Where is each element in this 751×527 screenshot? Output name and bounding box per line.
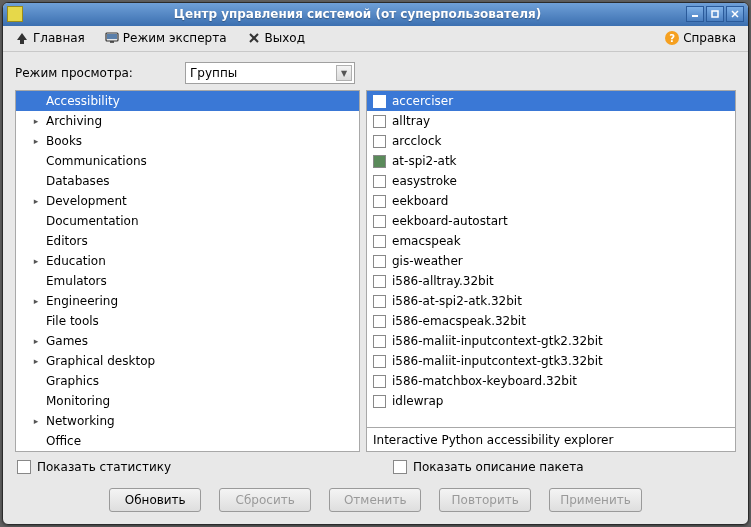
package-row[interactable]: eekboard-autostart — [367, 211, 735, 231]
home-button[interactable]: Главная — [11, 29, 89, 47]
package-row[interactable]: easystroke — [367, 171, 735, 191]
package-row[interactable]: i586-emacspeak.32bit — [367, 311, 735, 331]
window-buttons — [686, 6, 744, 22]
package-checkbox[interactable] — [373, 155, 386, 168]
expert-mode-button[interactable]: Режим эксперта — [101, 29, 231, 47]
expander-icon[interactable]: ▸ — [30, 196, 42, 206]
group-label: Development — [42, 194, 127, 208]
package-checkbox[interactable] — [373, 375, 386, 388]
group-row[interactable]: File tools — [16, 311, 359, 331]
package-label: eekboard-autostart — [392, 214, 508, 228]
expander-icon[interactable]: ▸ — [30, 116, 42, 126]
package-row[interactable]: alltray — [367, 111, 735, 131]
group-label: Documentation — [42, 214, 139, 228]
package-checkbox[interactable] — [373, 115, 386, 128]
expander-icon[interactable]: ▸ — [30, 416, 42, 426]
group-row[interactable]: ▸Development — [16, 191, 359, 211]
titlebar[interactable]: Центр управления системой (от суперпольз… — [3, 3, 748, 26]
package-row[interactable]: i586-maliit-inputcontext-gtk3.32bit — [367, 351, 735, 371]
expander-icon[interactable]: ▸ — [30, 296, 42, 306]
package-label: arcclock — [392, 134, 441, 148]
package-checkbox[interactable] — [373, 275, 386, 288]
package-checkbox[interactable] — [373, 175, 386, 188]
toolbar: Главная Режим эксперта Выход ? Справка — [3, 26, 748, 52]
reset-button[interactable]: Сбросить — [219, 488, 311, 512]
group-label: Communications — [42, 154, 147, 168]
group-row[interactable]: ▸Education — [16, 251, 359, 271]
package-checkbox[interactable] — [373, 195, 386, 208]
minimize-button[interactable] — [686, 6, 704, 22]
group-label: Office — [42, 434, 81, 448]
package-row[interactable]: i586-alltray.32bit — [367, 271, 735, 291]
group-row[interactable]: ▸Engineering — [16, 291, 359, 311]
help-button[interactable]: ? Справка — [661, 29, 740, 47]
expander-icon[interactable]: ▸ — [30, 136, 42, 146]
close-button[interactable] — [726, 6, 744, 22]
package-checkbox[interactable] — [373, 315, 386, 328]
group-row[interactable]: ▸Games — [16, 331, 359, 351]
content-area: Режим просмотра: Группы ▼ Accessibility▸… — [3, 52, 748, 524]
expander-icon[interactable]: ▸ — [30, 356, 42, 366]
group-row[interactable]: Databases — [16, 171, 359, 191]
package-row[interactable]: accerciser — [367, 91, 735, 111]
main-window: Центр управления системой (от суперпольз… — [2, 2, 749, 525]
show-desc-option[interactable]: Показать описание пакета — [391, 458, 736, 474]
view-mode-row: Режим просмотра: Группы ▼ — [15, 62, 736, 84]
packages-list[interactable]: accerciseralltrayarcclockat-spi2-atkeasy… — [367, 91, 735, 427]
package-checkbox[interactable] — [373, 335, 386, 348]
group-row[interactable]: ▸Networking — [16, 411, 359, 431]
show-stats-option[interactable]: Показать статистику — [15, 458, 385, 474]
package-row[interactable]: i586-maliit-inputcontext-gtk2.32bit — [367, 331, 735, 351]
package-row[interactable]: i586-matchbox-keyboard.32bit — [367, 371, 735, 391]
group-row[interactable]: Office — [16, 431, 359, 451]
package-checkbox[interactable] — [373, 395, 386, 408]
group-row[interactable]: Graphics — [16, 371, 359, 391]
package-row[interactable]: eekboard — [367, 191, 735, 211]
apply-button[interactable]: Применить — [549, 488, 642, 512]
package-checkbox[interactable] — [373, 95, 386, 108]
groups-list[interactable]: Accessibility▸Archiving▸BooksCommunicati… — [16, 91, 359, 451]
redo-button[interactable]: Повторить — [439, 488, 531, 512]
maximize-button[interactable] — [706, 6, 724, 22]
package-checkbox[interactable] — [373, 135, 386, 148]
group-row[interactable]: ▸Archiving — [16, 111, 359, 131]
refresh-button[interactable]: Обновить — [109, 488, 201, 512]
group-label: Networking — [42, 414, 115, 428]
group-row[interactable]: Documentation — [16, 211, 359, 231]
view-mode-label: Режим просмотра: — [15, 66, 175, 80]
group-row[interactable]: Emulators — [16, 271, 359, 291]
up-arrow-icon — [15, 31, 29, 45]
group-row[interactable]: Accessibility — [16, 91, 359, 111]
expander-icon[interactable]: ▸ — [30, 336, 42, 346]
group-row[interactable]: Monitoring — [16, 391, 359, 411]
show-stats-checkbox[interactable] — [17, 460, 31, 474]
cancel-button[interactable]: Отменить — [329, 488, 421, 512]
package-checkbox[interactable] — [373, 295, 386, 308]
package-row[interactable]: gis-weather — [367, 251, 735, 271]
group-label: Education — [42, 254, 106, 268]
app-icon — [7, 6, 23, 22]
group-label: Monitoring — [42, 394, 110, 408]
package-checkbox[interactable] — [373, 235, 386, 248]
exit-button[interactable]: Выход — [243, 29, 309, 47]
package-row[interactable]: at-spi2-atk — [367, 151, 735, 171]
package-checkbox[interactable] — [373, 255, 386, 268]
help-icon: ? — [665, 31, 679, 45]
group-label: Archiving — [42, 114, 102, 128]
package-row[interactable]: emacspeak — [367, 231, 735, 251]
group-row[interactable]: Communications — [16, 151, 359, 171]
package-row[interactable]: i586-at-spi2-atk.32bit — [367, 291, 735, 311]
package-row[interactable]: idlewrap — [367, 391, 735, 411]
group-row[interactable]: Editors — [16, 231, 359, 251]
package-checkbox[interactable] — [373, 215, 386, 228]
package-checkbox[interactable] — [373, 355, 386, 368]
group-row[interactable]: ▸Graphical desktop — [16, 351, 359, 371]
view-mode-combo[interactable]: Группы ▼ — [185, 62, 355, 84]
description-text: Interactive Python accessibility explore… — [373, 433, 613, 447]
package-row[interactable]: arcclock — [367, 131, 735, 151]
expander-icon[interactable]: ▸ — [30, 256, 42, 266]
show-desc-checkbox[interactable] — [393, 460, 407, 474]
package-description: Interactive Python accessibility explore… — [367, 427, 735, 451]
package-label: i586-maliit-inputcontext-gtk3.32bit — [392, 354, 603, 368]
group-row[interactable]: ▸Books — [16, 131, 359, 151]
